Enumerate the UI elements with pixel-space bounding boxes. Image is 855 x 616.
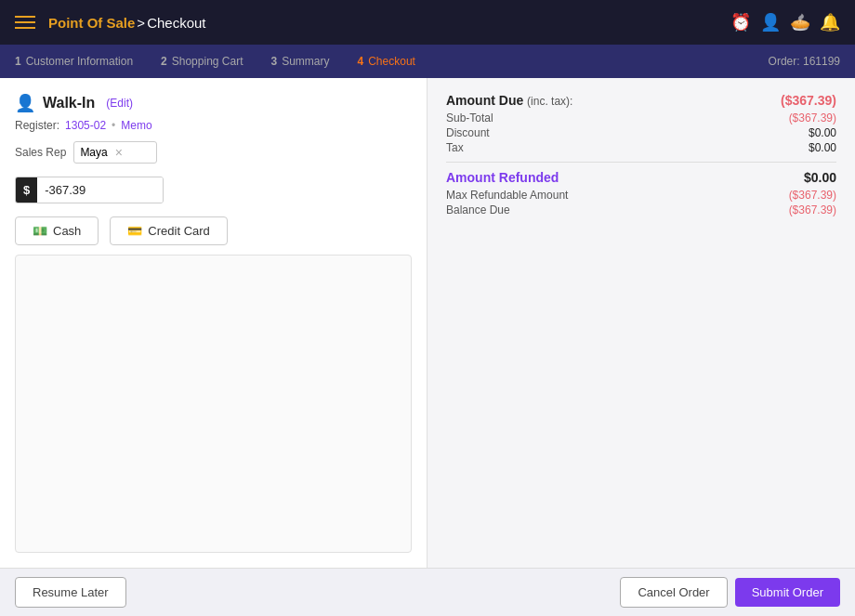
register-label: Register: [15, 119, 59, 132]
cash-button[interactable]: 💵 Cash [15, 216, 99, 245]
memo-link[interactable]: Memo [121, 119, 151, 132]
discount-label: Discount [446, 126, 490, 139]
cancel-order-button[interactable]: Cancel Order [620, 577, 727, 608]
steps-bar: 1 Customer Information 2 Shopping Cart 3… [0, 45, 855, 78]
app-title: Point Of Sale [48, 15, 135, 31]
left-panel: 👤 Walk-In (Edit) Register: 1305-02 • Mem… [0, 78, 428, 568]
step-shopping-cart[interactable]: 2 Shopping Cart [161, 55, 243, 68]
step-1-label: Customer Information [26, 55, 133, 68]
balance-due-label: Balance Due [446, 203, 510, 216]
amount-due-row: Amount Due (inc. tax): ($367.39) [446, 93, 836, 108]
nav-icons: ⏰ 👤 🥧 🔔 [730, 12, 840, 33]
step-summary[interactable]: 3 Summary [270, 55, 329, 68]
discount-row: Discount $0.00 [446, 126, 836, 139]
sales-rep-clear-icon[interactable]: × [115, 145, 123, 160]
amount-input-row: $ [15, 177, 164, 203]
main-content: 👤 Walk-In (Edit) Register: 1305-02 • Mem… [0, 78, 855, 568]
max-refundable-label: Max Refundable Amount [446, 189, 568, 202]
step-3-label: Summary [282, 55, 329, 68]
credit-card-button[interactable]: 💳 Credit Card [110, 216, 227, 245]
cash-label: Cash [53, 224, 81, 238]
currency-badge: $ [16, 177, 37, 203]
sales-rep-select[interactable]: Maya × [73, 141, 157, 164]
amount-refunded-value: $0.00 [804, 170, 836, 185]
credit-card-icon: 💳 [127, 224, 142, 238]
balance-due-value: ($367.39) [789, 203, 836, 216]
tax-value: $0.00 [809, 141, 836, 154]
sub-total-row: Sub-Total ($367.39) [446, 111, 836, 125]
register-divider: • [112, 119, 115, 132]
cash-icon: 💵 [33, 224, 47, 238]
clock-icon[interactable]: ⏰ [730, 12, 751, 33]
step-2-num: 2 [161, 55, 167, 68]
step-4-num: 4 [358, 55, 364, 68]
max-refundable-row: Max Refundable Amount ($367.39) [446, 189, 836, 202]
customer-row: 👤 Walk-In (Edit) [15, 93, 412, 113]
top-nav: Point Of Sale > Checkout ⏰ 👤 🥧 🔔 [0, 0, 855, 45]
step-3-num: 3 [270, 55, 277, 68]
customer-name: Walk-In [43, 95, 95, 111]
max-refundable-value: ($367.39) [789, 189, 836, 202]
register-value-link[interactable]: 1305-02 [65, 119, 106, 132]
nav-separator: > [137, 15, 145, 31]
sales-rep-label: Sales Rep [15, 146, 66, 159]
step-customer-information[interactable]: 1 Customer Information [15, 55, 133, 68]
step-4-label: Checkout [368, 55, 415, 68]
summary-divider [446, 162, 836, 163]
submit-order-button[interactable]: Submit Order [735, 578, 840, 607]
amount-due-value: ($367.39) [781, 93, 836, 108]
amount-due-sub: (inc. tax): [527, 95, 572, 108]
amount-refunded-row: Amount Refunded $0.00 [446, 170, 836, 185]
nav-page-name: Checkout [147, 15, 205, 31]
step-2-label: Shopping Cart [172, 55, 243, 68]
discount-value: $0.00 [809, 126, 836, 139]
amount-refunded-label: Amount Refunded [446, 170, 559, 185]
payment-buttons: 💵 Cash 💳 Credit Card [15, 216, 412, 245]
register-row: Register: 1305-02 • Memo [15, 119, 412, 132]
bottom-bar: Resume Later Cancel Order Submit Order [0, 568, 855, 616]
bell-icon[interactable]: 🔔 [820, 12, 840, 33]
tax-label: Tax [446, 141, 464, 154]
left-content-area [15, 255, 412, 553]
tax-row: Tax $0.00 [446, 141, 836, 154]
sub-total-value: ($367.39) [789, 111, 836, 125]
sales-rep-value: Maya [80, 146, 107, 159]
edit-customer-link[interactable]: (Edit) [106, 97, 133, 110]
chart-icon[interactable]: 🥧 [790, 12, 810, 33]
customer-person-icon: 👤 [15, 93, 35, 113]
user-icon[interactable]: 👤 [760, 12, 781, 33]
resume-later-button[interactable]: Resume Later [15, 577, 126, 608]
step-1-num: 1 [15, 55, 21, 68]
hamburger-icon[interactable] [15, 16, 35, 29]
sub-total-label: Sub-Total [446, 111, 493, 125]
step-checkout[interactable]: 4 Checkout [358, 55, 415, 68]
balance-due-row: Balance Due ($367.39) [446, 203, 836, 216]
credit-card-label: Credit Card [148, 224, 209, 238]
amount-input[interactable] [37, 177, 163, 203]
sales-rep-row: Sales Rep Maya × [15, 141, 412, 164]
right-panel: Amount Due (inc. tax): ($367.39) Sub-Tot… [428, 78, 855, 568]
amount-due-label: Amount Due (inc. tax): [446, 93, 572, 108]
order-number: Order: 161199 [769, 55, 840, 68]
